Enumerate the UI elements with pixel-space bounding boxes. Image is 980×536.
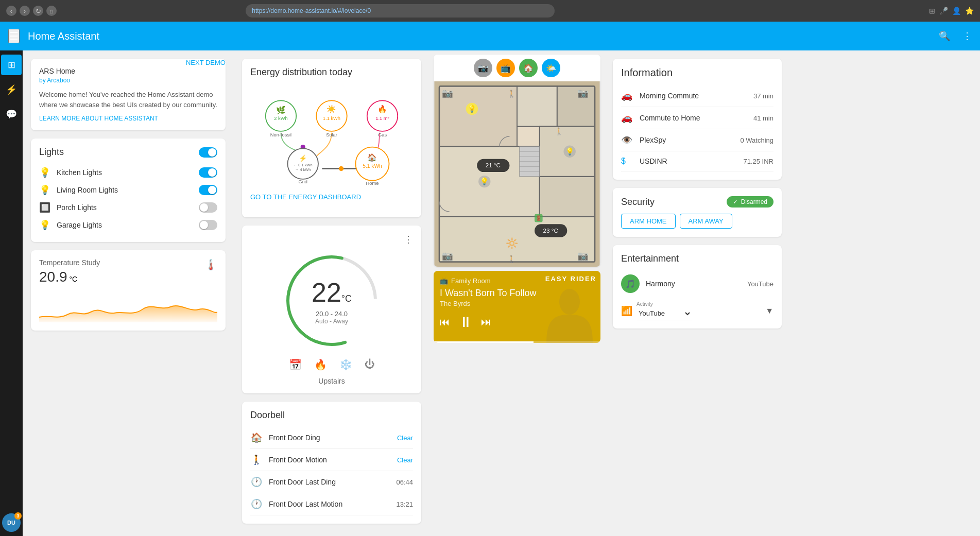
thermostat-card: ⋮ 22°C 20.0 - 24.0 Auto - Away [242,226,421,393]
temp-unit: °C [70,275,78,283]
svg-text:🚪: 🚪 [536,215,542,221]
music-pause-btn[interactable]: ⏸ [458,314,473,331]
disarmed-check-icon: ✓ [733,198,738,205]
svg-text:Grid: Grid [298,179,307,184]
browser-home-btn[interactable]: ⌂ [46,6,57,16]
sidebar-item-energy[interactable]: ⚡ [1,79,22,100]
harmony-row: 🎵 Harmony YouTube [621,270,773,297]
morning-commute-label: Morning Commute [640,92,747,100]
sidebar-item-logbook[interactable]: 💬 [1,104,22,125]
thermostat-heat-btn[interactable]: 🔥 [314,358,327,371]
notification-badge: 3 [14,512,22,520]
commute-home-icon: 🚗 [621,112,633,124]
living-light-toggle[interactable] [199,185,217,195]
svg-rect-33 [540,177,595,217]
arm-away-button[interactable]: ARM AWAY [680,214,732,229]
thermometer-icon: 🌡️ [204,258,217,271]
avatar-initials: DU [7,520,15,526]
browser-mic-icon[interactable]: 🎤 [939,7,948,15]
browser-refresh-btn[interactable]: ↻ [33,6,43,16]
usdinr-value: 71.25 INR [743,158,773,165]
music-album-art [539,281,600,343]
lights-title: Lights [39,147,64,158]
light-row-garage: 💡 Garage Lights [39,216,217,234]
light-row-porch: 🔲 Porch Lights [39,199,217,216]
floorplan-image: 📷 📷 📷 📷 🚶 🚶 🚶 💡 💡 [434,81,600,267]
next-demo-button[interactable]: NEXT DEMO [186,59,226,66]
kitchen-light-toggle[interactable] [199,167,217,178]
svg-rect-28 [517,87,557,127]
activity-dropdown[interactable]: YouTube Watch TV Listen to Music PowerOf… [637,307,692,320]
music-prev-btn[interactable]: ⏮ [440,316,450,328]
floorplan-camera-btn[interactable]: 📷 [474,59,492,77]
thermostat-temp-value: 22 [312,278,341,307]
music-next-btn[interactable]: ⏭ [481,316,491,328]
svg-text:Non-fossil: Non-fossil [270,132,291,137]
porch-light-toggle[interactable] [199,202,217,213]
harmony-icon: 🎵 [621,274,640,293]
info-row-plex: 👁️ PlexSpy 0 Watching [621,129,773,151]
kitchen-light-name: Kitchen Lights [57,168,193,177]
svg-text:📷: 📷 [442,88,453,99]
sidebar-item-overview[interactable]: ⊞ [1,55,22,75]
thermostat-schedule-btn[interactable]: 📅 [289,358,302,371]
svg-text:21 °C: 21 °C [486,162,501,168]
floorplan-svg: 📷 📷 📷 📷 🚶 🚶 🚶 💡 💡 [434,81,600,267]
thermostat-power-btn[interactable]: ⏻ [365,358,375,371]
floorplan-weather-btn[interactable]: 🌤️ [542,59,560,77]
arm-home-button[interactable]: ARM HOME [621,214,676,229]
browser-forward-btn[interactable]: › [20,6,30,16]
temperature-card: Temperature Study 20.9 °C 🌡️ [31,250,226,331]
info-row-morning: 🚗 Morning Commute 37 min [621,85,773,107]
light-row-kitchen: 💡 Kitchen Lights [39,164,217,181]
svg-text:⚡: ⚡ [299,154,307,163]
porch-light-icon: 🔲 [39,202,50,213]
ha-more-btn[interactable]: ⋮ [962,30,972,42]
energy-title: Energy distribution today [250,67,413,78]
intro-card: ARS Home by Arcaboo NEXT DEMO Welcome ho… [31,59,226,130]
go-to-energy-dashboard-link[interactable]: GO TO THE ENERGY DASHBOARD [250,193,413,201]
ha-search-btn[interactable]: 🔍 [939,30,950,42]
front-door-last-motion-value: 13:21 [396,500,413,508]
left-panel: ARS Home by Arcaboo NEXT DEMO Welcome ho… [23,50,234,536]
hamburger-menu-btn[interactable]: ☰ [8,29,20,43]
entertainment-card: Entertainment 🎵 Harmony YouTube 📶 Activi… [613,245,782,328]
front-door-motion-clear-btn[interactable]: Clear [397,456,413,464]
music-progress-bar[interactable] [434,341,600,343]
browser-back-btn[interactable]: ‹ [6,6,16,16]
sidebar: ⊞ ⚡ 💬 DU 3 [0,50,23,536]
browser-bookmark-icon[interactable]: ⭐ [965,7,974,15]
address-bar[interactable]: https://demo.home-assistant.io/#/lovelac… [246,4,555,18]
temp-card-title: Temperature Study [39,258,100,267]
svg-text:📷: 📷 [577,250,589,262]
svg-text:🚶: 🚶 [507,90,516,98]
user-avatar-btn[interactable]: DU 3 [2,513,21,532]
front-door-ding-label: Front Door Ding [269,434,391,442]
usdinr-label: USDINR [640,157,737,165]
front-door-motion-label: Front Door Motion [269,456,391,464]
wifi-icon: 📶 [621,305,632,317]
floorplan-home-btn[interactable]: 🏠 [519,59,538,77]
browser-profile-icon[interactable]: 👤 [952,7,961,15]
svg-text:📷: 📷 [577,88,589,99]
thermostat-more-btn[interactable]: ⋮ [404,234,413,245]
doorbell-row-ding: 🏠 Front Door Ding Clear [250,427,413,449]
browser-ext-icon[interactable]: ⊞ [929,7,935,15]
living-light-icon: 💡 [39,184,50,196]
energy-diagram: 🌿 2 kWh Non-fossil ☀️ 1.1 kWh Solar 🔥 1.… [250,86,413,189]
svg-text:Home: Home [366,181,379,186]
svg-text:🌿: 🌿 [276,106,286,115]
garage-light-name: Garage Lights [57,221,193,229]
doorbell-row-last-motion: 🕐 Front Door Last Motion 13:21 [250,493,413,515]
floorplan-media-btn[interactable]: 📺 [496,59,515,77]
thermostat-fan-btn[interactable]: ❄️ [339,358,352,371]
by-arcaboo-link[interactable]: by Arcaboo [39,77,70,84]
svg-text:🚶: 🚶 [507,255,516,264]
ha-header: ☰ Home Assistant 🔍 ⋮ [0,22,980,50]
harmony-current-activity: YouTube [747,280,773,288]
garage-light-toggle[interactable] [199,220,217,230]
entertainment-title: Entertainment [621,253,773,264]
lights-master-toggle[interactable] [199,147,217,158]
learn-more-link[interactable]: LEARN MORE ABOUT HOME ASSISTANT [39,115,217,122]
front-door-ding-clear-btn[interactable]: Clear [397,434,413,442]
